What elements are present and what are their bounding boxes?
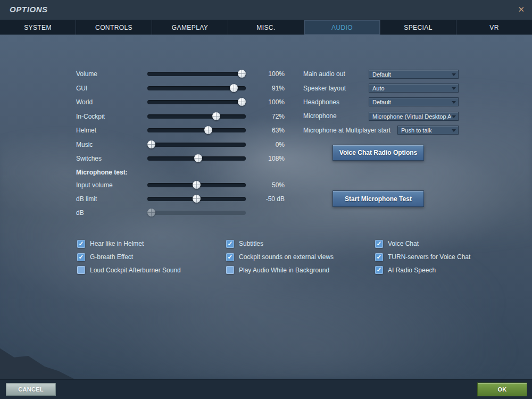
tab-bar: SYSTEM CONTROLS GAMEPLAY MISC. AUDIO SPE… [0, 20, 532, 35]
check-icon: ✓ [376, 253, 381, 261]
slider-value: -50 dB [242, 195, 285, 203]
slider-value: 91% [242, 84, 285, 93]
checkbox-label: Cockpit sounds on external views [239, 253, 334, 261]
checkbox-g-breath-effect[interactable]: ✓ G-breath Effect [77, 251, 133, 263]
options-window: OPTIONS ✕ SYSTEM CONTROLS GAMEPLAY MISC.… [0, 0, 532, 399]
slider-label-volume: Volume [76, 70, 97, 78]
slider-track[interactable] [147, 100, 246, 104]
checkbox[interactable]: ✓ [77, 253, 85, 261]
page-title: OPTIONS [10, 5, 48, 14]
dropdown-value: Microphone (Virtual Desktop Audio [372, 112, 451, 121]
checkbox[interactable]: ✓ [375, 253, 383, 261]
tab-audio[interactable]: AUDIO [304, 20, 380, 35]
slider-handle[interactable] [193, 181, 201, 189]
tab-vr[interactable]: VR [456, 20, 532, 35]
slider-label-gui: GUI [76, 84, 87, 93]
checkbox[interactable]: ✓ [77, 266, 85, 274]
tab-controls[interactable]: CONTROLS [76, 20, 152, 35]
check-icon: ✓ [376, 266, 381, 274]
slider-value: 63% [242, 126, 285, 135]
slider-value: 108% [242, 154, 285, 163]
checkbox-turn-servers-for-voice-chat[interactable]: ✓ TURN-servers for Voice Chat [375, 251, 470, 263]
slider-value: 100% [242, 98, 285, 106]
slider-label-music: Music [76, 140, 93, 149]
slider-value: 0% [242, 140, 285, 149]
slider-value: 100% [242, 70, 285, 78]
checkbox-voice-chat[interactable]: ✓ Voice Chat [375, 237, 419, 250]
dropdown-microphone[interactable]: Microphone (Virtual Desktop Audio [369, 112, 459, 121]
tab-label: CONTROLS [95, 24, 132, 31]
tab-misc[interactable]: MISC. [228, 20, 304, 35]
slider-handle[interactable] [204, 126, 212, 134]
checkbox-play-audio-while-in-background[interactable]: ✓ Play Audio While in Background [226, 264, 329, 277]
slider-track[interactable] [147, 183, 246, 187]
dropdown-speaker-layout[interactable]: Auto [369, 84, 459, 93]
slider-handle[interactable] [147, 140, 155, 148]
slider-track[interactable] [147, 143, 246, 147]
ok-button[interactable]: OK [477, 383, 527, 396]
tab-label: SYSTEM [24, 24, 52, 31]
microphone-test-heading: Microphone test: [76, 169, 128, 176]
dropdown-value: Auto [372, 84, 451, 93]
checkbox[interactable]: ✓ [375, 266, 383, 274]
slider-track[interactable] [147, 128, 246, 132]
slider-handle[interactable] [212, 112, 220, 120]
title-bar: OPTIONS ✕ [0, 0, 532, 20]
tab-label: SPECIAL [404, 24, 433, 31]
checkbox-ai-radio-speech[interactable]: ✓ AI Radio Speech [375, 264, 436, 277]
cancel-button[interactable]: CANCEL [6, 383, 56, 396]
checkbox-hear-like-in-helmet[interactable]: ✓ Hear like in Helmet [77, 237, 144, 250]
slider-handle[interactable] [193, 195, 201, 203]
dropdown-label: Microphone at Multiplayer start [303, 126, 390, 135]
chevron-down-icon [452, 101, 456, 104]
slider-label-db-limit: dB limit [76, 195, 97, 203]
tab-system[interactable]: SYSTEM [0, 20, 76, 35]
dropdown-microphone-at-multiplayer-start[interactable]: Push to talk [397, 126, 459, 135]
slider-track[interactable] [147, 72, 246, 76]
checkbox[interactable]: ✓ [226, 240, 234, 248]
checkbox[interactable]: ✓ [226, 266, 234, 274]
checkbox-label: AI Radio Speech [388, 267, 436, 274]
slider-handle[interactable] [147, 209, 155, 217]
close-icon[interactable]: ✕ [518, 5, 525, 14]
checkbox-label: TURN-servers for Voice Chat [388, 253, 470, 261]
dropdown-main-audio-out[interactable]: Default [369, 70, 459, 79]
checkbox-subtitles[interactable]: ✓ Subtitles [226, 237, 263, 250]
slider-handle[interactable] [230, 84, 238, 92]
slider-track[interactable] [147, 197, 246, 201]
checkbox[interactable]: ✓ [77, 240, 85, 248]
slider-track[interactable] [147, 114, 246, 119]
checkbox-label: Loud Cockpit Afterburner Sound [90, 267, 181, 274]
check-icon: ✓ [376, 240, 381, 248]
checkbox-loud-cockpit-afterburner-sound[interactable]: ✓ Loud Cockpit Afterburner Sound [77, 264, 181, 277]
checkbox-label: Voice Chat [388, 240, 419, 247]
dropdown-headphones[interactable]: Default [369, 97, 459, 106]
slider-track[interactable] [147, 156, 246, 161]
dropdown-value: Push to talk [401, 126, 451, 135]
tab-label: VR [489, 24, 498, 31]
checkbox-label: G-breath Effect [90, 253, 133, 261]
check-icon: ✓ [227, 240, 232, 248]
dropdown-value: Default [372, 98, 451, 106]
voice-chat-radio-options-button[interactable]: Voice Chat Radio Options [332, 145, 424, 161]
dropdown-label: Microphone [303, 112, 337, 120]
slider-label-helmet: Helmet [76, 126, 96, 135]
start-microphone-test-button[interactable]: Start Microphone Test [332, 190, 424, 207]
slider-value: 72% [242, 112, 285, 121]
slider-track[interactable] [147, 86, 246, 90]
chevron-down-icon [452, 73, 456, 76]
slider-value: 50% [242, 181, 285, 189]
tab-special[interactable]: SPECIAL [380, 20, 456, 35]
checkbox[interactable]: ✓ [375, 240, 383, 248]
dropdown-value: Default [372, 70, 451, 79]
tab-gameplay[interactable]: GAMEPLAY [152, 20, 228, 35]
checkbox-cockpit-sounds-on-external-views[interactable]: ✓ Cockpit sounds on external views [226, 251, 334, 263]
tab-label: GAMEPLAY [172, 24, 208, 31]
chevron-down-icon [452, 87, 456, 90]
checkbox[interactable]: ✓ [226, 253, 234, 261]
footer-bar: CANCEL OK [0, 379, 532, 399]
check-icon: ✓ [78, 253, 84, 261]
slider-label-input-volume: Input volume [76, 181, 113, 189]
slider-track[interactable] [147, 211, 246, 215]
check-icon: ✓ [227, 253, 232, 261]
